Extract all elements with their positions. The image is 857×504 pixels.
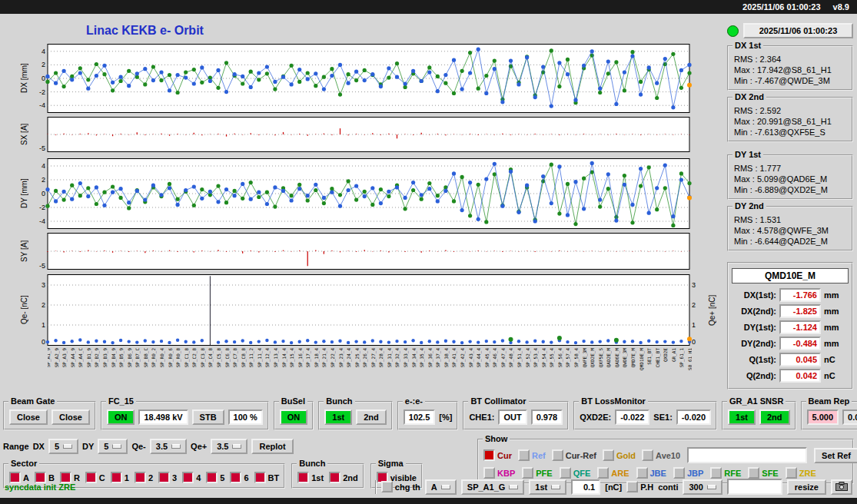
option-menu-icon bbox=[112, 444, 121, 449]
bunch-select-option[interactable]: 1st bbox=[529, 479, 566, 495]
stat-min: Min : -7.467@QWDE_3M bbox=[732, 75, 848, 86]
checkbox-ref[interactable]: Ref bbox=[518, 449, 546, 461]
range-dy-option[interactable]: 5 bbox=[98, 439, 128, 454]
x-axis-label: SP_42_4 bbox=[460, 348, 465, 367]
beam-rep-title: Beam Rep bbox=[806, 396, 852, 406]
stats-box-title: DY 2nd bbox=[732, 201, 766, 211]
qxd2e-label: QXD2E: bbox=[580, 413, 611, 422]
monitor-row-unit: mm bbox=[824, 307, 839, 316]
stat-rms: RMS : 2.364 bbox=[732, 54, 848, 65]
monitor-row: DX(1st):-1.766mm bbox=[732, 288, 849, 302]
bpm-select-option[interactable]: SP_A1_G bbox=[461, 479, 525, 495]
x-axis-label: SP_R0_4 bbox=[159, 348, 164, 367]
x-axis-label: GR_A1 bbox=[671, 348, 676, 362]
checkbox-ave10[interactable]: Ave10 bbox=[642, 449, 680, 461]
monitor-row-label: Q(2nd): bbox=[732, 371, 776, 380]
range-dx-option[interactable]: 5 bbox=[48, 439, 78, 454]
stat-rms: RMS : 1.531 bbox=[732, 214, 848, 225]
gr-a1-title: GR_A1 SNSR bbox=[727, 396, 786, 406]
range-dx-label: DX bbox=[33, 442, 45, 451]
range-qem-option[interactable]: 3.5 bbox=[150, 439, 187, 454]
x-axis-label: QXD2E bbox=[663, 348, 668, 362]
chg-th-label: chg th bbox=[395, 482, 420, 492]
che1-state-display: OUT bbox=[498, 410, 526, 425]
x-axis-label: SP_22_4 bbox=[330, 348, 335, 367]
checkbox-cur-ref[interactable]: Cur-Ref bbox=[552, 449, 596, 461]
camera-icon bbox=[835, 482, 848, 491]
x-axis-label: QWDE_3M bbox=[622, 348, 627, 367]
dy-axis-label: DY [mm] bbox=[18, 158, 29, 229]
gr-a1-2nd-button[interactable]: 2nd bbox=[759, 410, 790, 425]
gr-a1-1st-button[interactable]: 1st bbox=[728, 410, 756, 425]
bunch-select-title: Bunch bbox=[297, 459, 327, 468]
x-axis-label: SP_43_4 bbox=[468, 348, 473, 367]
monitor-row-unit: mm bbox=[824, 290, 839, 300]
monitor-row-label: DX(2nd): bbox=[732, 307, 776, 316]
checkbox-cur[interactable]: Cur bbox=[483, 449, 512, 461]
chg-th-checkbox[interactable]: chg th bbox=[381, 481, 420, 492]
x-axis-label: SP_C5_8 bbox=[216, 348, 221, 367]
sy-axis-label: SY [A] bbox=[18, 233, 29, 270]
x-axis-label: QAD2E_M bbox=[606, 348, 611, 367]
dy-orbit-chart: 420-2-4 bbox=[34, 158, 692, 232]
x-axis-label: QAD6E_M bbox=[614, 348, 619, 367]
x-axis-label: SP_18_4 bbox=[314, 348, 319, 367]
sector-select-option[interactable]: A bbox=[425, 479, 457, 495]
checkbox-label: RFE bbox=[724, 469, 741, 478]
x-axis-label: SP_32_4 bbox=[394, 348, 400, 367]
ee-ratio-display: 102.5 bbox=[404, 410, 436, 425]
ph-label: P.H bbox=[640, 482, 653, 492]
set-ref-button[interactable]: Set Ref bbox=[814, 448, 857, 463]
sx-axis-label: SX [A] bbox=[18, 117, 29, 152]
replot-button[interactable]: Replot bbox=[251, 439, 293, 454]
fc15-on-button[interactable]: ON bbox=[107, 410, 135, 425]
beam-rep-actual-display: 0.000 bbox=[842, 410, 857, 425]
x-axis-label: SP_52_4 bbox=[525, 348, 530, 367]
monitor-row-unit: nC bbox=[824, 371, 835, 380]
titlebar-datetime: 2025/11/06 01:00:23 bbox=[742, 2, 821, 12]
x-axis-label: SP_C4_8 bbox=[208, 348, 213, 367]
bpm-monitor-title[interactable]: QMD10E_M bbox=[732, 268, 849, 284]
beam-gate-close-button-1[interactable]: Close bbox=[9, 410, 48, 425]
reference-file-input[interactable] bbox=[687, 447, 807, 463]
x-axis-label: SP_C2_8 bbox=[191, 348, 197, 367]
x-axis-label: SP_27_4 bbox=[370, 348, 376, 367]
stats-box-dx-1st: DX 1stRMS : 2.364Max : 17.942@S8_61_H1Mi… bbox=[727, 45, 853, 91]
busel-title: BuSel bbox=[279, 396, 307, 406]
rate-option[interactable]: 300 bbox=[683, 479, 722, 495]
threshold-display: 0.1 bbox=[571, 479, 600, 495]
x-axis-label: SP_25_4 bbox=[354, 348, 360, 367]
sigma-title: Sigma bbox=[376, 459, 406, 468]
checkbox-indicator bbox=[381, 481, 393, 492]
screenshot-button[interactable] bbox=[831, 479, 852, 495]
interval-input[interactable] bbox=[727, 479, 782, 495]
option-menu-icon bbox=[63, 444, 72, 449]
monitor-row-label: DX(1st): bbox=[732, 290, 776, 300]
option-menu-icon bbox=[551, 485, 560, 489]
beam-gate-close-button-2[interactable]: Close bbox=[51, 410, 90, 425]
separator bbox=[375, 480, 377, 494]
x-axis-label: SP_C3_8 bbox=[200, 348, 205, 367]
checkbox-gold[interactable]: Gold bbox=[603, 449, 636, 461]
resize-button[interactable]: resize bbox=[787, 479, 826, 495]
range-label: Range bbox=[3, 442, 29, 451]
checkbox-indicator bbox=[518, 449, 530, 461]
checkbox-label: Cur bbox=[497, 451, 512, 460]
ph-checkbox[interactable]: P.H bbox=[626, 481, 653, 492]
x-axis-label: SP_34_4 bbox=[411, 348, 417, 367]
busel-on-button[interactable]: ON bbox=[280, 410, 308, 425]
bunch-2nd-button[interactable]: 2nd bbox=[356, 410, 387, 425]
svg-text:-4: -4 bbox=[39, 217, 45, 225]
qe-minus-axis-label: Qe- [nC] bbox=[18, 274, 29, 346]
x-axis-label: SP_R0_2 bbox=[151, 348, 156, 367]
gr-a1-snsr-group: GR_A1 SNSR 1st 2nd bbox=[722, 401, 796, 430]
svg-text:0: 0 bbox=[42, 190, 45, 197]
bunch-1st-button[interactable]: 1st bbox=[324, 410, 352, 425]
ee-ratio-title: e-:e- bbox=[403, 396, 425, 406]
x-axis-label: SP_48_4 bbox=[508, 348, 513, 367]
checkbox-indicator bbox=[626, 481, 638, 492]
rate-value: 300 bbox=[689, 482, 703, 492]
range-qep-option[interactable]: 3.5 bbox=[211, 439, 247, 454]
fc15-stb-button[interactable]: STB bbox=[192, 410, 224, 425]
svg-text:0: 0 bbox=[42, 338, 45, 346]
